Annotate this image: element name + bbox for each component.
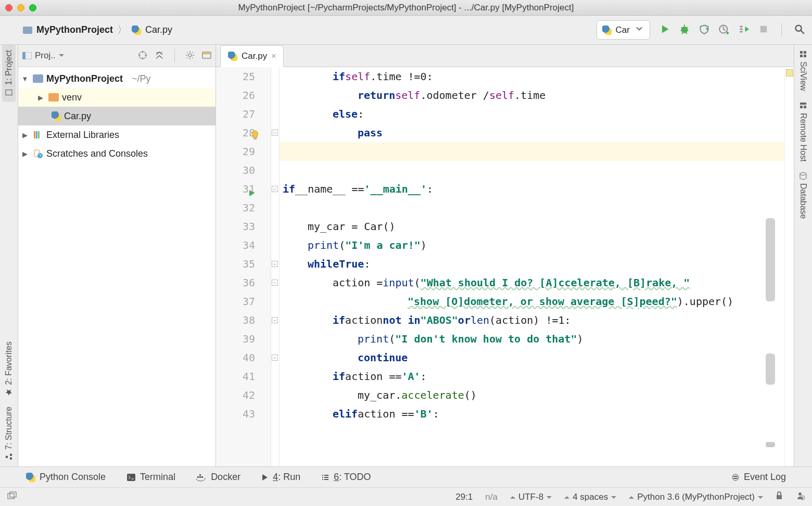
code-line[interactable]: if action == 'A': xyxy=(283,367,784,386)
vertical-scrollbar[interactable] xyxy=(766,353,775,385)
code-line[interactable]: my_car = Car() xyxy=(283,217,784,236)
close-icon[interactable]: × xyxy=(271,52,276,61)
code-line[interactable]: else: xyxy=(283,105,784,123)
minimize-window-icon[interactable] xyxy=(17,4,24,11)
terminal-tab[interactable]: Terminal xyxy=(126,472,175,483)
fold-toggle-icon[interactable]: − xyxy=(272,130,278,136)
fold-toggle-icon[interactable]: − xyxy=(272,280,278,286)
code-line[interactable]: return self.odometer / self.time xyxy=(283,86,784,105)
structure-tool-tab[interactable]: 7: Structure xyxy=(2,401,16,466)
tree-venv[interactable]: ▶ venv xyxy=(18,88,215,107)
folder-icon xyxy=(23,27,32,34)
code-line[interactable]: if __name__ == '__main__': xyxy=(283,180,784,198)
profile-icon[interactable] xyxy=(719,24,729,36)
expander-icon[interactable]: ▶ xyxy=(20,131,30,139)
sciview-tool-tab[interactable]: SciView xyxy=(796,45,810,96)
collapse-all-icon[interactable] xyxy=(155,50,164,61)
coverage-icon[interactable] xyxy=(699,24,709,36)
fold-toggle-icon[interactable]: − xyxy=(272,261,278,267)
line-sep[interactable]: n/a xyxy=(485,492,498,502)
project-tool-tab[interactable]: 1: Project xyxy=(2,45,16,102)
interpreter-selector[interactable]: Python 3.6 (MyPythonProject) xyxy=(629,492,763,502)
remote-host-tool-tab[interactable]: Remote Host xyxy=(796,96,810,167)
close-window-icon[interactable] xyxy=(5,4,12,11)
code-line[interactable]: if self.time != 0: xyxy=(283,67,784,86)
project-tree[interactable]: ▼ MyPythonProject ~/Py ▶ venv Car.py ▶ E… xyxy=(18,67,215,466)
tree-scratches[interactable]: ▶ Scratches and Consoles xyxy=(18,144,215,163)
zoom-window-icon[interactable] xyxy=(29,4,36,11)
library-icon xyxy=(33,130,43,140)
run-gutter-icon[interactable] xyxy=(248,185,256,204)
windows-icon[interactable] xyxy=(7,491,17,502)
database-tool-tab[interactable]: Database xyxy=(796,167,810,224)
code-line[interactable]: print("I don't know how to do that") xyxy=(283,330,784,348)
code-line[interactable]: my_car.accelerate() xyxy=(283,386,784,404)
fold-toggle-icon[interactable]: − xyxy=(272,355,278,361)
svg-rect-28 xyxy=(197,476,199,478)
favorites-tool-tab[interactable]: 2: Favorites xyxy=(2,336,16,402)
code-line[interactable]: if action not in "ABOS" or len(action) !… xyxy=(283,311,784,330)
expander-icon[interactable]: ▶ xyxy=(36,94,45,102)
debug-icon[interactable] xyxy=(679,24,690,36)
tree-file-car[interactable]: Car.py xyxy=(18,107,215,125)
python-console-label: Python Console xyxy=(40,472,106,483)
breadcrumb[interactable]: MyPythonProject 〉 Car.py xyxy=(23,23,172,37)
caret-position[interactable]: 29:1 xyxy=(455,492,473,502)
tree-extlib-label: External Libraries xyxy=(46,130,119,141)
code-line[interactable]: elif action == 'B': xyxy=(283,404,784,423)
analysis-indicator-icon[interactable] xyxy=(786,69,793,77)
fold-gutter[interactable]: −−−−−− xyxy=(271,67,280,466)
intention-bulb-icon[interactable] xyxy=(250,128,260,146)
expander-icon[interactable]: ▼ xyxy=(20,75,30,83)
code-line[interactable]: "show [O]dometer, or show average [S]pee… xyxy=(283,292,784,311)
python-console-tab[interactable]: Python Console xyxy=(26,472,106,483)
code-editor[interactable]: 25262728293031323334353637383940414243 −… xyxy=(216,67,794,466)
svg-rect-2 xyxy=(760,26,767,33)
hide-panel-icon[interactable] xyxy=(202,52,211,60)
search-icon[interactable] xyxy=(794,24,805,36)
concurrency-icon[interactable] xyxy=(739,24,749,36)
code-line[interactable]: pass xyxy=(283,123,784,142)
code-line[interactable] xyxy=(283,198,784,217)
expander-icon[interactable]: ▶ xyxy=(20,150,30,158)
run-config-label: Car xyxy=(616,25,630,35)
run-config-selector[interactable]: Car xyxy=(597,20,650,40)
vertical-scrollbar[interactable] xyxy=(766,218,775,301)
breadcrumb-file[interactable]: Car.py xyxy=(145,24,172,35)
fold-toggle-icon[interactable]: − xyxy=(272,317,278,323)
code-line[interactable] xyxy=(283,161,784,180)
tree-root[interactable]: ▼ MyPythonProject ~/Py xyxy=(18,69,215,88)
code-line[interactable]: print("I'm a car!") xyxy=(283,236,784,255)
svg-rect-30 xyxy=(201,476,203,478)
run-tab[interactable]: 4: Run xyxy=(261,472,300,483)
run-icon[interactable] xyxy=(659,24,670,36)
svg-rect-7 xyxy=(6,456,8,458)
breadcrumb-root[interactable]: MyPythonProject xyxy=(36,24,113,35)
code-content[interactable]: if self.time != 0:return self.odometer /… xyxy=(280,67,784,466)
favorites-tab-label: 2: Favorites xyxy=(4,341,14,385)
encoding-selector[interactable]: UTF-8 xyxy=(510,492,552,502)
error-stripe[interactable] xyxy=(784,67,794,466)
remote-tab-label: Remote Host xyxy=(798,113,808,161)
locate-icon[interactable] xyxy=(138,50,147,61)
gear-icon[interactable] xyxy=(185,50,195,61)
code-line[interactable]: continue xyxy=(283,348,784,367)
hector-icon[interactable] xyxy=(795,491,805,503)
todo-tab[interactable]: 6: TODO xyxy=(321,472,371,483)
line-number-gutter[interactable]: 25262728293031323334353637383940414243 xyxy=(216,67,271,466)
lock-icon[interactable] xyxy=(776,491,783,502)
project-panel-title[interactable]: Proj.. xyxy=(35,50,56,61)
indent-selector[interactable]: 4 spaces xyxy=(564,492,616,502)
docker-tab[interactable]: Docker xyxy=(196,472,240,483)
svg-rect-6 xyxy=(10,454,12,456)
event-log-tab[interactable]: Event Log xyxy=(731,472,786,483)
right-tool-strip: SciView Remote Host Database xyxy=(794,45,812,466)
fold-toggle-icon[interactable]: − xyxy=(272,186,278,192)
vertical-scrollbar[interactable] xyxy=(766,442,775,447)
tree-external-libs[interactable]: ▶ External Libraries xyxy=(18,125,215,144)
code-line[interactable]: while True: xyxy=(283,255,784,273)
code-line[interactable]: action = input("What should I do? [A]cce… xyxy=(283,273,784,292)
chevron-down-icon[interactable] xyxy=(59,54,64,57)
stop-icon[interactable] xyxy=(758,24,769,36)
editor-tab-car[interactable]: Car.py × xyxy=(220,45,284,67)
